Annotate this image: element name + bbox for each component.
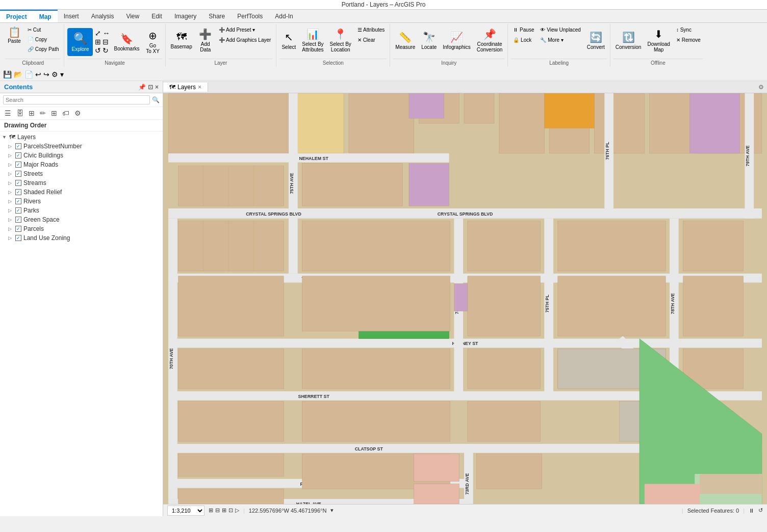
layer-item-civic-buildings[interactable]: ▷ ✓ Civic Buildings [0,151,163,160]
qa-redo[interactable]: ↪ [43,70,49,78]
checkbox-civic-buildings[interactable]: ✓ [15,152,21,158]
layer-item-streams[interactable]: ▷ ✓ Streams [0,178,163,188]
more-button[interactable]: 🔧 More ▾ [538,35,582,44]
layer-tool-cylinder[interactable]: 🗄 [15,109,25,118]
checkbox-parks[interactable]: ✓ [15,207,21,214]
layer-tool-label[interactable]: 🏷 [61,109,71,118]
map-tab-layers[interactable]: 🗺 Layers × [163,83,208,92]
dock-icon[interactable]: ⊡ [148,84,153,91]
add-data-button[interactable]: ➕ AddData [196,25,215,56]
checkbox-major-roads[interactable]: ✓ [15,162,21,168]
tab-addin[interactable]: Add-In [269,10,299,22]
bookmarks-button[interactable]: 🔖 Bookmarks [112,26,141,57]
checkbox-streams[interactable]: ✓ [15,180,21,186]
lock-button[interactable]: 🔒 Lock [511,35,536,44]
close-icon[interactable]: × [155,84,159,91]
clear-button[interactable]: ✕ Clear [355,35,387,44]
go-to-xy-button[interactable]: ⊕ GoTo XY [144,26,162,57]
tab-map[interactable]: Map [33,10,58,22]
nav-fit[interactable]: ⊡ [228,507,233,514]
nav-grid[interactable]: ⊞ [222,507,226,514]
layer-group-layers[interactable]: ▼ 🗺 Layers [0,132,163,142]
layer-item-shaded-relief[interactable]: ▷ ✓ Shaded Relief [0,188,163,197]
layer-item-parcels[interactable]: ▷ ✓ Parcels [0,224,163,233]
qa-open[interactable]: 📂 [14,70,22,78]
layer-tool-add[interactable]: ⊞ [49,109,59,118]
tab-project[interactable]: Project [0,10,33,22]
checkbox-land-use-zoning[interactable]: ✓ [15,235,21,241]
add-preset-button[interactable]: ➕ Add Preset ▾ [217,25,273,34]
layer-tool-list[interactable]: ☰ [3,109,13,118]
view-unplaced-button[interactable]: 👁 View Unplaced [538,25,582,34]
paste-button[interactable]: 📋 Paste [5,25,23,53]
remove-button[interactable]: ✕ Remove [674,35,703,44]
checkbox-parcels-street-number[interactable]: ✓ [15,143,21,149]
layer-tool-settings[interactable]: ⚙ [73,109,83,118]
nav-zoom-out[interactable]: ⊟ [215,507,220,514]
qa-save[interactable]: 💾 [3,70,12,78]
pause-button[interactable]: ⏸ Pause [511,25,536,34]
infographics-button[interactable]: 📈 Infographics [441,25,472,56]
tab-share[interactable]: Share [202,10,231,22]
checkbox-rivers[interactable]: ✓ [15,198,21,204]
nav-icon-5[interactable]: ↺ [95,46,102,55]
select-by-location-button[interactable]: 📍 Select ByLocation [328,25,353,56]
attributes-button[interactable]: ☰ Attributes [355,25,387,34]
tab-perftools[interactable]: PerfTools [231,10,269,22]
qa-undo[interactable]: ↩ [35,70,41,78]
cut-button[interactable]: ✂ Cut [25,25,61,34]
layer-item-parcels-street-number[interactable]: ▷ ✓ ParcelsStreetNumber [0,142,163,151]
select-by-attributes-button[interactable]: 📊 Select ByAttributes [300,25,325,56]
search-input[interactable] [3,95,150,104]
scale-dropdown[interactable]: 1:3,210 1:5,000 1:10,000 [167,506,204,516]
tab-edit[interactable]: Edit [145,10,168,22]
checkbox-green-space[interactable]: ✓ [15,217,21,223]
copy-button[interactable]: 📄 Copy [25,35,61,44]
coordinate-conversion-button[interactable]: 📌 CoordinateConversion [475,25,505,56]
nav-icon-4[interactable]: ⊟ [103,38,110,46]
map-tab-options[interactable]: ⚙ [758,84,767,91]
conversion-button[interactable]: 🔃 Conversion [613,25,644,56]
layer-tool-pencil[interactable]: ✏ [38,109,47,118]
sync-button[interactable]: ↕ Sync [674,25,703,34]
qa-dropdown[interactable]: ▾ [60,70,64,78]
map-canvas[interactable]: NEHALEM ST CRYSTAL SPRINGS BLVD TENINO S… [163,93,767,504]
pause-rendering[interactable]: ⏸ [749,508,754,514]
measure-button[interactable]: 📏 Measure [393,25,417,56]
tab-analysis[interactable]: Analysis [85,10,120,22]
convert-button[interactable]: 🔄 Convert [585,25,607,56]
pin-icon[interactable]: 📌 [138,84,146,91]
layer-item-major-roads[interactable]: ▷ ✓ Major Roads [0,160,163,169]
tab-insert[interactable]: Insert [58,10,85,22]
layer-item-streets[interactable]: ▷ ✓ Streets [0,169,163,178]
add-graphics-layer-button[interactable]: ➕ Add Graphics Layer [217,35,273,44]
tab-imagery[interactable]: Imagery [168,10,202,22]
nav-icon-3[interactable]: ⊞ [95,38,102,46]
map-tab-close[interactable]: × [198,84,201,91]
checkbox-shaded-relief[interactable]: ✓ [15,189,21,195]
layer-item-land-use-zoning[interactable]: ▷ ✓ Land Use Zoning [0,233,163,243]
locate-button[interactable]: 🔭 Locate [419,25,439,56]
layer-item-parks[interactable]: ▷ ✓ Parks [0,206,163,215]
basemap-button[interactable]: 🗺 Basemap [169,25,194,56]
layer-item-rivers[interactable]: ▷ ✓ Rivers [0,197,163,206]
layer-tool-grid[interactable]: ⊞ [27,109,36,118]
layer-item-green-space[interactable]: ▷ ✓ Green Space [0,215,163,224]
search-icon[interactable]: 🔍 [152,96,160,103]
nav-icon-6[interactable]: ↻ [103,46,110,55]
explore-button[interactable]: 🔍 Explore [67,28,93,56]
qa-new[interactable]: 📄 [24,70,33,78]
select-button[interactable]: ↖ Select [279,25,298,56]
checkbox-parcels[interactable]: ✓ [15,226,21,232]
copy-path-button[interactable]: 🔗 Copy Path [25,44,61,54]
nav-icon-2[interactable]: ↔ [103,29,110,37]
nav-zoom-in[interactable]: ⊞ [209,507,213,514]
nav-icon-1[interactable]: ⤢ [95,29,102,37]
qa-settings[interactable]: ⚙ [52,70,58,78]
rendering-status[interactable]: ↺ [758,507,763,514]
coordinate-dropdown[interactable]: ▾ [330,507,334,514]
download-map-button[interactable]: ⬇ DownloadMap [645,25,672,56]
tab-view[interactable]: View [120,10,145,22]
checkbox-streets[interactable]: ✓ [15,171,21,177]
nav-forward[interactable]: ▷ [235,507,239,514]
